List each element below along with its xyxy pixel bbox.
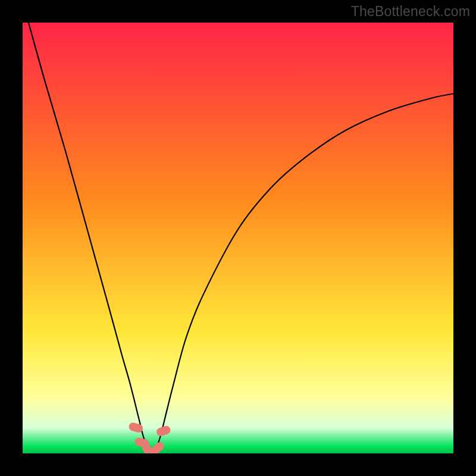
- bottleneck-chart: [23, 23, 453, 453]
- gradient-background: [23, 23, 453, 453]
- watermark-text: TheBottleneck.com: [351, 4, 470, 20]
- chart-container: { "watermark": "TheBottleneck.com", "col…: [0, 0, 476, 476]
